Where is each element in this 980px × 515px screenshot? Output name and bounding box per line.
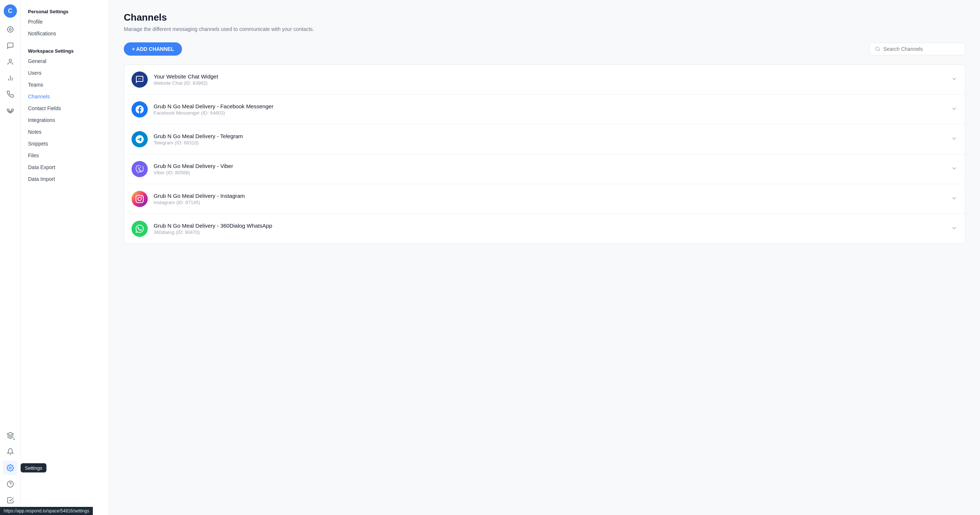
channel-name: Your Website Chat Widget — [154, 73, 947, 79]
channel-info: Grub N Go Meal Delivery - Instagram Inst… — [154, 193, 947, 205]
conversations-icon — [6, 42, 14, 49]
contacts-icon — [6, 58, 14, 65]
settings-nav-item[interactable]: Settings — [3, 461, 18, 475]
channel-name: Grub N Go Meal Delivery - Facebook Messe… — [154, 103, 947, 110]
channel-item[interactable]: Grub N Go Meal Delivery - Facebook Messe… — [124, 95, 965, 124]
channel-name: Grub N Go Meal Delivery - Viber — [154, 163, 947, 169]
icon-nav: C Settings — [0, 0, 21, 515]
svg-point-1 — [9, 59, 11, 62]
svg-rect-6 — [11, 109, 13, 111]
svg-point-17 — [138, 78, 139, 79]
svg-line-16 — [879, 50, 880, 51]
tasks-nav-item[interactable] — [3, 493, 18, 508]
chevron-down-icon — [951, 165, 958, 173]
search-input[interactable] — [883, 46, 960, 52]
channel-sub: Facebook Messenger (ID: 64603) — [154, 110, 947, 116]
contacts-nav-item[interactable] — [3, 54, 18, 69]
page-title: Channels — [124, 12, 965, 23]
dashboard-icon — [6, 26, 14, 33]
sidebar-item-general[interactable]: General — [21, 55, 109, 67]
channel-name: Grub N Go Meal Delivery - Telegram — [154, 133, 947, 139]
channel-item[interactable]: Your Website Chat Widget Website Chat (I… — [124, 65, 965, 95]
sidebar-item-profile[interactable]: Profile — [21, 16, 109, 28]
avatar[interactable]: C — [4, 5, 17, 17]
page-subtitle: Manage the different messaging channels … — [124, 26, 965, 32]
channel-item[interactable]: Grub N Go Meal Delivery - Viber Viber (I… — [124, 154, 965, 184]
workspace-settings-title: Workspace Settings — [21, 45, 109, 55]
search-icon — [875, 46, 880, 52]
dashboard-nav-item[interactable] — [3, 22, 18, 37]
channel-item[interactable]: Grub N Go Meal Delivery - 360Dialog What… — [124, 214, 965, 243]
channel-name: Grub N Go Meal Delivery - Instagram — [154, 193, 947, 199]
sidebar-item-data-export[interactable]: Data Export — [21, 161, 109, 173]
bell-icon — [6, 448, 14, 455]
svg-point-15 — [876, 47, 880, 51]
chevron-down-icon — [951, 195, 958, 203]
chevron-down-icon — [951, 135, 958, 143]
toolbar: + ADD CHANNEL — [124, 42, 965, 56]
org-nav-item[interactable] — [3, 103, 18, 118]
personal-settings-title: Personal Settings — [21, 6, 109, 16]
channel-name: Grub N Go Meal Delivery - 360Dialog What… — [154, 223, 947, 229]
conversations-nav-item[interactable] — [3, 38, 18, 53]
reports-icon — [6, 75, 14, 82]
sidebar-item-teams[interactable]: Teams — [21, 79, 109, 91]
bell-nav-item[interactable] — [3, 444, 18, 459]
channel-sub: Instagram (ID: 87145) — [154, 200, 947, 205]
sidebar-item-integrations[interactable]: Integrations — [21, 114, 109, 126]
svg-rect-5 — [7, 109, 9, 111]
svg-point-12 — [9, 467, 11, 469]
notification-dot — [13, 438, 16, 440]
channel-sub: 360dialog (ID: 90470) — [154, 229, 947, 235]
search-box — [869, 43, 965, 55]
url-bar: https://app.respond.io/space/54816/setti… — [0, 507, 93, 515]
channel-info: Grub N Go Meal Delivery - Viber Viber (I… — [154, 163, 947, 175]
org-icon — [6, 107, 14, 114]
channel-info: Grub N Go Meal Delivery - 360Dialog What… — [154, 223, 947, 235]
help-icon — [6, 480, 14, 488]
sidebar: Personal Settings Profile Notifications … — [21, 0, 109, 515]
channel-info: Your Website Chat Widget Website Chat (I… — [154, 73, 947, 86]
tasks-icon — [6, 497, 14, 504]
sidebar-item-contact-fields[interactable]: Contact Fields — [21, 102, 109, 114]
chevron-down-icon — [951, 105, 958, 113]
channel-sub: Website Chat (ID: 63982) — [154, 80, 947, 86]
sidebar-item-notes[interactable]: Notes — [21, 126, 109, 138]
channel-sub: Viber (ID: 80588) — [154, 170, 947, 175]
channel-sub: Telegram (ID: 68310) — [154, 140, 947, 146]
channel-item[interactable]: Grub N Go Meal Delivery - Instagram Inst… — [124, 184, 965, 214]
chevron-down-icon — [951, 76, 958, 84]
svg-point-19 — [140, 78, 141, 79]
help-nav-item[interactable] — [3, 477, 18, 491]
channel-info: Grub N Go Meal Delivery - Telegram Teleg… — [154, 133, 947, 146]
reports-nav-item[interactable] — [3, 71, 18, 86]
sidebar-workspace-items: GeneralUsersTeamsChannelsContact FieldsI… — [21, 55, 109, 185]
add-channel-button[interactable]: + ADD CHANNEL — [124, 42, 182, 56]
sidebar-item-channels[interactable]: Channels — [21, 91, 109, 102]
sidebar-item-files[interactable]: Files — [21, 149, 109, 161]
svg-point-18 — [139, 78, 140, 79]
sidebar-item-data-import[interactable]: Data Import — [21, 173, 109, 185]
main-content: Channels Manage the different messaging … — [109, 0, 980, 515]
sidebar-item-users[interactable]: Users — [21, 67, 109, 79]
channel-item[interactable]: Grub N Go Meal Delivery - Telegram Teleg… — [124, 124, 965, 154]
sidebar-item-notifications[interactable]: Notifications — [21, 28, 109, 40]
broadcasts-nav-item[interactable] — [3, 87, 18, 102]
channel-info: Grub N Go Meal Delivery - Facebook Messe… — [154, 103, 947, 116]
chevron-down-icon — [951, 225, 958, 233]
broadcasts-icon — [6, 91, 14, 98]
integrations-nav-item[interactable] — [3, 428, 18, 443]
sidebar-item-snippets[interactable]: Snippets — [21, 138, 109, 149]
channel-list: Your Website Chat Widget Website Chat (I… — [124, 64, 965, 244]
settings-icon — [6, 464, 14, 472]
svg-point-0 — [9, 29, 11, 30]
